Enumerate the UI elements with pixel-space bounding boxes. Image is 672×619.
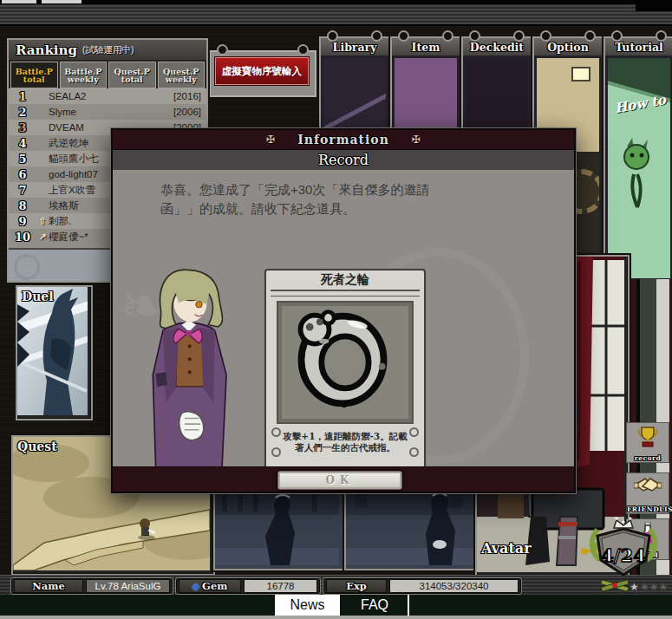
tab-battlep-weekly[interactable]: Battle.P weekly xyxy=(60,62,108,88)
crossed-swords-icon: ★ ★★★ xyxy=(601,577,670,595)
footer-divider xyxy=(408,595,409,616)
rank-number: 8 xyxy=(9,199,36,212)
rank-number: 7 xyxy=(9,184,36,197)
handshake-icon xyxy=(634,476,662,497)
scene-art xyxy=(346,484,477,569)
exp-label: Exp xyxy=(346,580,367,592)
modal-body: ❧ 恭喜。您達成了「完成+30次「來自傑多的邀請 函」」的成就。請收下紀念道具。 xyxy=(113,170,574,467)
achievement-message: 恭喜。您達成了「完成+30次「來自傑多的邀請 函」」的成就。請收下紀念道具。 xyxy=(160,180,559,218)
ring-hook-icon xyxy=(297,44,309,55)
sidebar-item-record[interactable]: record xyxy=(626,422,669,463)
ranking-subtitle: (試驗運用中) xyxy=(82,44,134,56)
ranking-tabs: Battle.P total Battle.P weekly Quest.P t… xyxy=(9,60,206,88)
ranking-title: Ranking xyxy=(16,42,77,58)
serial-plaque: 虛擬寶物序號輸入 xyxy=(209,50,316,97)
desc-line: 著人們一生的古代戒指。 xyxy=(282,442,408,453)
top-right-box xyxy=(636,0,672,11)
ornament-icon xyxy=(409,427,419,437)
record-heading: Record xyxy=(318,152,369,168)
hanging-rail xyxy=(0,24,672,26)
duel-art xyxy=(17,287,88,415)
rank-number: 9 xyxy=(9,215,36,228)
item-image xyxy=(277,301,414,424)
scene-figures xyxy=(215,484,339,565)
duel-panel[interactable]: Duel xyxy=(16,285,93,420)
modal-subheader: Record xyxy=(113,150,574,170)
duel-title: Duel xyxy=(22,290,54,303)
ring-hook-icon xyxy=(584,30,596,42)
item-count-crest: 4/24 xyxy=(586,517,661,579)
tutorial-art: How to xyxy=(608,58,670,278)
ring-hook-icon xyxy=(371,30,382,42)
friendlist-label: FRIENDLIST xyxy=(627,505,669,513)
tab-questp-weekly[interactable]: Quest.P weekly xyxy=(158,62,206,88)
howto-text: How to xyxy=(614,92,667,116)
trend-arrow-icon: ↗ xyxy=(36,231,49,243)
player-score: [2006] xyxy=(160,107,206,117)
card-divider xyxy=(271,290,420,296)
ring-hook-icon xyxy=(442,30,453,42)
ring-art xyxy=(278,303,408,415)
gem-count: 16778 xyxy=(244,579,317,593)
information-modal: ✠ Information ✠ Record ❧ 恭喜。您達成了「完成+30次「… xyxy=(111,128,576,493)
ring-hook-icon xyxy=(398,30,409,42)
message-line: 恭喜。您達成了「完成+30次「來自傑多的邀請 xyxy=(160,180,559,199)
stars-dim: ★★★ xyxy=(640,581,668,593)
ranking-title-bar: Ranking (試驗運用中) xyxy=(9,40,206,60)
cross-icon: ✠ xyxy=(412,134,421,146)
ring-hook-icon xyxy=(513,30,525,42)
cross-icon: ✠ xyxy=(266,134,275,146)
player-name: Slyme xyxy=(49,107,160,117)
gem-plaque: ◆ Gem 16778 xyxy=(175,577,321,595)
player-name: SEALA2 xyxy=(49,91,160,101)
modal-title: Information xyxy=(297,133,389,147)
ok-button[interactable]: OK xyxy=(277,471,402,490)
game-window: Library Item Deckedit Option xyxy=(0,0,672,619)
bottom-strip xyxy=(0,616,672,619)
ring-hook-icon xyxy=(540,30,551,42)
tab-news[interactable]: News xyxy=(275,595,340,616)
ornament-icon xyxy=(271,427,281,437)
tab-battlep-total[interactable]: Battle.P total xyxy=(10,62,58,88)
item-card: 死者之輪 xyxy=(264,269,426,467)
item-name: 死者之輪 xyxy=(266,270,424,290)
gem-icon: ◆ xyxy=(192,581,199,592)
footer-nav: News FAQ xyxy=(0,595,672,616)
crest-shield: 4/24 xyxy=(586,517,661,579)
exp-value: 314053/320340 xyxy=(389,579,519,593)
rank-number: 4 xyxy=(9,137,36,150)
star-bright: ★ xyxy=(630,581,639,593)
item-description: 攻擊+1，遠距離防禦-3。記載 著人們一生的古代戒指。 xyxy=(275,429,415,455)
imp-character xyxy=(608,136,670,214)
machine-window xyxy=(571,67,590,81)
ring-hook-icon xyxy=(217,44,228,55)
name-label: Name xyxy=(32,580,64,592)
tab-faq[interactable]: FAQ xyxy=(345,595,404,616)
table-row: 1 SEALA2 [2016] xyxy=(9,88,206,104)
name-plaque: Name Lv.78 AriaSulG xyxy=(10,577,173,595)
rank-number: 3 xyxy=(9,121,36,134)
tab-questp-total[interactable]: Quest.P total xyxy=(108,62,156,88)
scene-figures xyxy=(346,484,473,565)
ring-hook-icon xyxy=(469,30,480,42)
rank-number: 1 xyxy=(9,90,36,103)
scene-panel xyxy=(213,482,344,570)
ring-hook-icon xyxy=(611,30,623,42)
browser-tab-remnant xyxy=(42,0,82,3)
status-bar: Name Lv.78 AriaSulG ◆ Gem 16778 Exp 3140… xyxy=(0,575,672,596)
rank-emblem: ★ ★★★ xyxy=(601,577,670,595)
player-score: [2016] xyxy=(160,91,206,101)
modal-header: ✠ Information ✠ xyxy=(113,130,574,150)
sidebar-item-friendlist[interactable]: FRIENDLIST xyxy=(626,472,669,514)
jedo-character xyxy=(123,258,253,467)
desc-line: 攻擊+1，遠距離防禦-3。記載 xyxy=(282,431,408,442)
trophy-icon xyxy=(636,426,659,448)
trend-arrow-icon: ⇧ xyxy=(36,216,49,227)
ring-hook-icon xyxy=(327,30,338,42)
serial-code-button[interactable]: 虛擬寶物序號輸入 xyxy=(215,57,309,85)
exp-plaque: Exp 314053/320340 xyxy=(323,577,522,595)
tab-tutorial[interactable]: Tutorial How to xyxy=(603,36,672,283)
crest-count: 4/24 xyxy=(601,544,646,566)
rank-number: 2 xyxy=(9,106,36,119)
avatar-title: Avatar xyxy=(481,540,532,557)
